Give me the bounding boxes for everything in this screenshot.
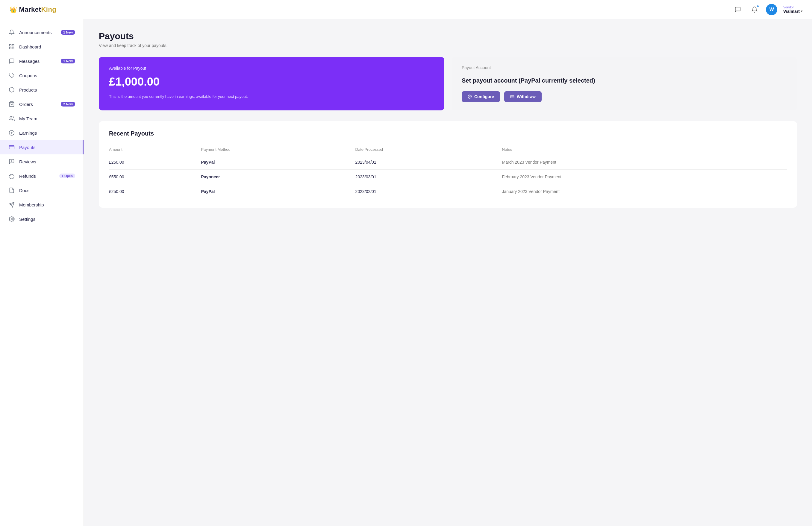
sidebar-item-announcements[interactable]: Announcements 1 New bbox=[0, 25, 84, 40]
sidebar-item-messages[interactable]: Messages 1 New bbox=[0, 54, 84, 68]
sidebar-label-messages: Messages bbox=[19, 59, 57, 64]
sidebar-label-myteam: My Team bbox=[19, 116, 75, 121]
sidebar-item-reviews[interactable]: Reviews bbox=[0, 154, 84, 169]
grid-icon bbox=[9, 43, 15, 50]
crown-icon: 👑 bbox=[10, 6, 17, 13]
payouts-table: Amount Payment Method Date Processed Not… bbox=[109, 144, 787, 199]
coupon-icon bbox=[9, 72, 15, 79]
main-content: Payouts View and keep track of your payo… bbox=[84, 19, 812, 526]
configure-button[interactable]: Configure bbox=[462, 91, 500, 102]
row2-amount: £550.00 bbox=[109, 170, 201, 184]
messages-badge: 1 New bbox=[61, 59, 75, 63]
sidebar-label-settings: Settings bbox=[19, 216, 75, 222]
membership-icon bbox=[9, 201, 15, 208]
messages-icon[interactable] bbox=[733, 4, 743, 15]
sidebar-item-dashboard[interactable]: Dashboard bbox=[0, 40, 84, 54]
withdraw-icon bbox=[510, 94, 514, 99]
sidebar-label-reviews: Reviews bbox=[19, 159, 75, 164]
sidebar-item-refunds[interactable]: Refunds 1 Open bbox=[0, 169, 84, 183]
docs-icon bbox=[9, 187, 15, 194]
col-notes: Notes bbox=[502, 144, 787, 155]
header-actions: W Vendor Walmart ▾ bbox=[733, 4, 802, 15]
withdraw-button[interactable]: Withdraw bbox=[504, 91, 542, 102]
sidebar-item-coupons[interactable]: Coupons bbox=[0, 68, 84, 82]
payouts-icon bbox=[9, 144, 15, 150]
sidebar-item-settings[interactable]: Settings bbox=[0, 212, 84, 226]
row1-method: PayPal bbox=[201, 155, 356, 170]
table-row: £250.00 PayPal 2023/02/01 January 2023 V… bbox=[109, 184, 787, 199]
orders-badge: 2 New bbox=[61, 102, 75, 106]
svg-rect-10 bbox=[9, 146, 14, 149]
vendor-label: Vendor bbox=[783, 5, 802, 9]
col-date: Date Processed bbox=[356, 144, 502, 155]
sidebar-item-earnings[interactable]: Earnings bbox=[0, 126, 84, 140]
settings-icon bbox=[9, 216, 15, 222]
vendor-avatar: W bbox=[766, 4, 777, 15]
sidebar-item-orders[interactable]: Orders 2 New bbox=[0, 97, 84, 111]
sidebar-label-refunds: Refunds bbox=[19, 174, 55, 179]
sidebar-label-orders: Orders bbox=[19, 102, 57, 107]
announcements-badge: 1 New bbox=[61, 30, 75, 35]
withdraw-label: Withdraw bbox=[517, 94, 536, 99]
logo: 👑 MarketKing bbox=[10, 6, 56, 13]
row3-date: 2023/02/01 bbox=[356, 184, 502, 199]
payout-description: This is the amount you currently have in… bbox=[109, 94, 434, 100]
sidebar-label-docs: Docs bbox=[19, 188, 75, 193]
row1-date: 2023/04/01 bbox=[356, 155, 502, 170]
svg-rect-0 bbox=[10, 45, 11, 46]
header: 👑 MarketKing W Vendor Walmart ▾ bbox=[0, 0, 812, 19]
sidebar-item-membership[interactable]: Membership bbox=[0, 197, 84, 212]
row3-amount: £250.00 bbox=[109, 184, 201, 199]
sidebar-label-earnings: Earnings bbox=[19, 131, 75, 136]
svg-rect-18 bbox=[510, 95, 514, 98]
cards-row: Available for Payout £1,000.00 This is t… bbox=[99, 57, 797, 110]
configure-label: Configure bbox=[474, 94, 494, 99]
sidebar-item-payouts[interactable]: Payouts bbox=[0, 140, 84, 154]
sidebar: Announcements 1 New Dashboard Messages 1… bbox=[0, 19, 84, 526]
vendor-dropdown[interactable]: Vendor Walmart ▾ bbox=[783, 5, 802, 14]
col-method: Payment Method bbox=[201, 144, 356, 155]
page-title: Payouts bbox=[99, 31, 797, 41]
sidebar-item-myteam[interactable]: My Team bbox=[0, 111, 84, 126]
row1-amount: £250.00 bbox=[109, 155, 201, 170]
sidebar-item-docs[interactable]: Docs bbox=[0, 183, 84, 197]
logo-market: Market bbox=[19, 6, 41, 13]
svg-point-17 bbox=[469, 96, 470, 97]
orders-icon bbox=[9, 101, 15, 107]
notifications-icon[interactable] bbox=[749, 4, 760, 15]
page-subtitle: View and keep track of your payouts. bbox=[99, 43, 797, 48]
notification-badge bbox=[756, 5, 759, 8]
sidebar-item-products[interactable]: Products bbox=[0, 82, 84, 97]
available-payout-card: Available for Payout £1,000.00 This is t… bbox=[99, 57, 444, 110]
sidebar-label-membership: Membership bbox=[19, 202, 75, 207]
col-amount: Amount bbox=[109, 144, 201, 155]
row2-date: 2023/03/01 bbox=[356, 170, 502, 184]
account-card-title: Payout Account bbox=[462, 65, 787, 70]
chevron-down-icon: ▾ bbox=[801, 10, 802, 13]
team-icon bbox=[9, 115, 15, 122]
row2-method: Payoneer bbox=[201, 170, 356, 184]
reviews-icon bbox=[9, 158, 15, 165]
bell-icon bbox=[9, 29, 15, 35]
sidebar-label-products: Products bbox=[19, 87, 75, 92]
recent-payouts-section: Recent Payouts Amount Payment Method Dat… bbox=[99, 121, 797, 208]
svg-rect-1 bbox=[12, 45, 14, 46]
account-card-heading: Set payout account (PayPal currently sel… bbox=[462, 77, 787, 84]
message-icon bbox=[9, 58, 15, 64]
row3-method: PayPal bbox=[201, 184, 356, 199]
logo-king: King bbox=[41, 6, 56, 13]
svg-point-16 bbox=[11, 219, 13, 220]
svg-rect-2 bbox=[12, 47, 14, 49]
box-icon bbox=[9, 87, 15, 93]
recent-payouts-title: Recent Payouts bbox=[109, 130, 787, 137]
row2-notes: February 2023 Vendor Payment bbox=[502, 170, 787, 184]
earnings-icon bbox=[9, 130, 15, 136]
row3-notes: January 2023 Vendor Payment bbox=[502, 184, 787, 199]
table-row: £250.00 PayPal 2023/04/01 March 2023 Ven… bbox=[109, 155, 787, 170]
layout: Announcements 1 New Dashboard Messages 1… bbox=[0, 19, 812, 526]
refunds-badge: 1 Open bbox=[59, 174, 75, 178]
payout-amount: £1,000.00 bbox=[109, 75, 434, 88]
sidebar-label-dashboard: Dashboard bbox=[19, 44, 75, 49]
sidebar-label-payouts: Payouts bbox=[19, 145, 74, 150]
table-row: £550.00 Payoneer 2023/03/01 February 202… bbox=[109, 170, 787, 184]
